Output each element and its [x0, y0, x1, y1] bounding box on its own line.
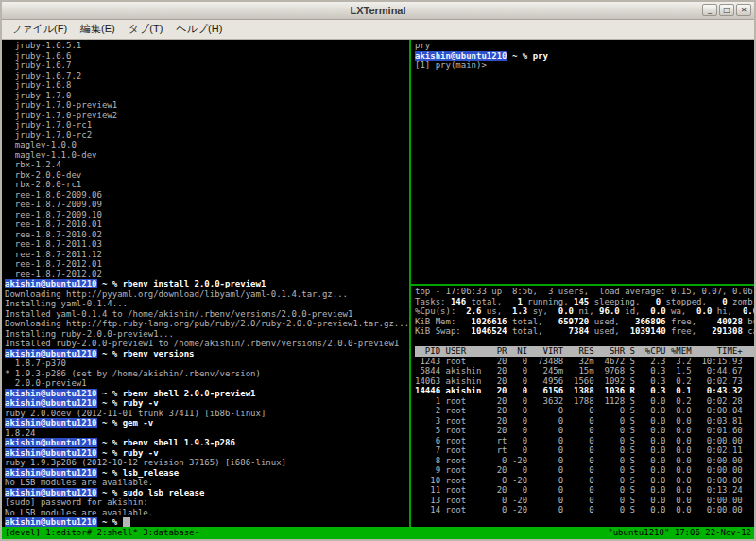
prompt-user-host: akishin@ubuntu1210 — [5, 398, 97, 408]
text-segment: ree-1.8.7-2009.10 — [5, 210, 102, 219]
text-segment: 3 root 20 0 0 0 0 S 0.0 0.0 0:03.81 — [415, 416, 743, 426]
text-segment: 11 root 20 0 0 0 0 S 0.0 0.0 0:13.24 — [415, 485, 743, 495]
pane-shell-left[interactable]: jruby-1.6.5.1 jruby-1.6.6 jruby-1.6.7 jr… — [2, 40, 409, 527]
text-segment: 14446 akishin 20 0 6156 1388 1036 R 0.3 … — [415, 386, 743, 395]
text-segment: jruby-1.7.0-preview2 — [5, 111, 117, 120]
text-segment: No LSB modules are available. — [5, 508, 153, 517]
text-segment: No LSB modules are available. — [5, 478, 153, 487]
text-segment: ruby 2.0.0dev (2012-11-01 trunk 37411) [… — [5, 409, 266, 418]
menu-file[interactable]: ファイル(F) — [5, 20, 74, 39]
text-segment: %Cpu(s): — [415, 306, 466, 316]
terminal-line: jruby-1.6.6 — [5, 51, 409, 61]
menu-tabs[interactable]: タブ(T) — [122, 20, 170, 39]
text-segment: ~ % — [97, 448, 123, 458]
prompt-user-host: akishin@ubuntu1210 — [5, 418, 97, 428]
text-segment: 1243 root 20 0 73488 32m 4672 S 2.3 3.2 … — [415, 357, 743, 366]
terminal-line: jruby-1.7.0-preview2 — [5, 111, 409, 121]
terminal-line: akishin@ubuntu1210 ~ % rbenv versions — [5, 349, 409, 359]
prompt-user-host: akishin@ubuntu1210 — [5, 448, 97, 458]
terminal-line: rbx-2.0.0-dev — [5, 170, 409, 181]
window-buttons: _ □ ✕ — [702, 4, 751, 16]
text-segment: ree-1.8.7-2011.03 — [5, 239, 102, 249]
terminal-line: %Cpu(s): 2.6 us, 1.3 sy, 0.0 ni, 96.0 id… — [415, 306, 754, 317]
terminal-line: akishin@ubuntu1210 ~ % lsb_release — [5, 468, 409, 479]
text-segment: 5844 akishin 20 0 245m 15m 9768 S 0.3 1.… — [415, 366, 743, 375]
prompt-user-host: akishin@ubuntu1210 — [415, 51, 507, 61]
text-segment: rbenv install 2.0.0-preview1 — [123, 279, 266, 288]
terminal-line: 2 root 20 0 0 0 0 S 0.0 0.0 0:00.04 — [415, 406, 754, 416]
text-segment: * 1.9.3-p286 (set by /home/akishin/.rben… — [5, 369, 261, 378]
terminal-line: akishin@ubuntu1210 ~ % rbenv install 2.0… — [5, 279, 409, 289]
maximize-icon[interactable]: □ — [719, 4, 734, 16]
terminal-line: ree-1.8.7-2012.02 — [5, 270, 409, 280]
terminal-line: Installed yaml-0.1.4 to /home/akishin/.r… — [5, 309, 409, 320]
minimize-icon[interactable]: _ — [702, 4, 717, 16]
terminal-line: rbx-1.2.4 — [5, 160, 409, 170]
text-segment: 0.0 — [696, 306, 712, 316]
text-segment: used, — [589, 317, 635, 326]
text-segment: ruby -v — [123, 398, 159, 408]
text-segment: jruby-1.6.8 — [5, 80, 71, 90]
text-segment: 96.0 — [599, 306, 620, 316]
pane-pry[interactable]: pryakishin@ubuntu1210 ~ % pry[1] pry(mai… — [411, 40, 754, 284]
text-segment: Installing ruby-2.0.0-preview1... — [5, 329, 174, 339]
text-segment: Installed yaml-0.1.4 to /home/akishin/.r… — [5, 309, 352, 319]
text-segment: [sudo] password for akishin: — [5, 497, 153, 507]
text-segment: stopped, — [661, 297, 722, 306]
text-segment: 2.0.0-preview1 — [5, 378, 87, 388]
text-segment: 145 — [574, 297, 589, 306]
text-segment: ree-1.8.7-2011.12 — [5, 250, 102, 259]
terminal-line: 11 root 20 0 0 0 0 S 0.0 0.0 0:13.24 — [415, 485, 754, 496]
text-segment: 13 root 0 -20 0 0 0 S 0.0 0.0 0:00.00 — [415, 496, 743, 505]
text-segment: 5 root 20 0 0 0 0 S 0.0 0.0 0:01.60 — [415, 426, 743, 435]
terminal-line: top - 17:06:33 up 8:56, 3 users, load av… — [415, 287, 754, 297]
terminal-line: jruby-1.6.5.1 — [5, 41, 409, 51]
text-segment: running, — [523, 297, 574, 306]
terminal-line: 5844 akishin 20 0 245m 15m 9768 S 0.3 1.… — [415, 366, 754, 376]
text-segment: 6 root rt 0 0 0 0 S 0.0 0.0 0:00.00 — [415, 436, 743, 445]
text-segment: ree-1.8.7-2009.09 — [5, 200, 102, 209]
terminal-line: ree-1.8.7-2012.01 — [5, 259, 409, 270]
text-segment: ~ % — [97, 398, 123, 408]
text-segment: ~ % — [97, 438, 123, 447]
terminal-line: 10 root 0 -20 0 0 0 S 0.0 0.0 0:00.00 — [415, 476, 754, 486]
terminal-line: jruby-1.6.7 — [5, 61, 409, 71]
terminal-line: akishin@ubuntu1210 ~ % ruby -v — [5, 448, 409, 459]
terminal-line: ree-1.8.7-2009.10 — [5, 210, 409, 220]
tmux-status-right: "ubuntu1210" 17:06 22-Nov-12 — [608, 527, 751, 539]
text-segment: ruby 1.9.3p286 (2012-10-12 revision 3716… — [5, 458, 286, 467]
tmux-status-left: [devel] 1:editor# 2:shell* 3:database- — [5, 527, 199, 539]
tmux-panes: jruby-1.6.5.1 jruby-1.6.6 jruby-1.6.7 jr… — [2, 40, 754, 527]
text-segment: KiB Swap: — [415, 326, 472, 336]
top-header-row: PID USER PR NI VIRT RES SHR S %CPU %MEM … — [415, 346, 753, 356]
text-segment: Downloading http://pyyaml.org/download/l… — [5, 289, 348, 299]
terminal-line: ree-1.8.7-2011.12 — [5, 250, 409, 260]
menu-help[interactable]: ヘルプ(H) — [169, 20, 229, 39]
terminal-line: 7 root rt 0 0 0 0 S 0.0 0.0 0:02.11 — [415, 445, 754, 456]
terminal-line: 6 root rt 0 0 0 0 S 0.0 0.0 0:00.00 — [415, 436, 754, 446]
close-icon[interactable]: ✕ — [736, 4, 751, 16]
text-segment: id, — [620, 306, 651, 316]
terminal-line: No LSB modules are available. — [5, 478, 409, 488]
terminal-line: No LSB modules are available. — [5, 508, 409, 518]
cursor-block — [123, 517, 130, 527]
text-segment: lsb_release — [123, 468, 180, 478]
window-titlebar[interactable]: LXTerminal _ □ ✕ — [2, 2, 754, 20]
text-segment: 1046524 — [472, 326, 507, 336]
text-segment: ree-1.8.7-2012.01 — [5, 259, 102, 269]
terminal-line: 1 root 20 0 3632 1788 1128 S 0.0 0.2 0:0… — [415, 396, 754, 407]
terminal-line: 14063 akishin 20 0 4956 1560 1092 S 0.3 … — [415, 376, 754, 387]
text-segment: rbx-1.2.4 — [5, 160, 61, 169]
text-segment: sy, — [527, 306, 558, 316]
text-segment: ~ % — [97, 418, 123, 428]
text-segment: jruby-1.6.6 — [5, 51, 71, 61]
text-segment: 1.8.24 — [5, 428, 36, 438]
terminal-line: jruby-1.6.7.2 — [5, 71, 409, 81]
terminal-line: Installing yaml-0.1.4... — [5, 299, 409, 309]
menu-edit[interactable]: 編集(E) — [74, 20, 122, 39]
text-segment: ~ % — [97, 389, 123, 398]
pane-top-monitor[interactable]: top - 17:06:33 up 8:56, 3 users, load av… — [411, 286, 754, 527]
terminal-line: KiB Mem: 1026616 total, 659720 used, 366… — [415, 317, 754, 327]
lxterminal-window: LXTerminal _ □ ✕ ファイル(F) 編集(E) タブ(T) ヘルプ… — [0, 0, 756, 541]
text-segment: ree-1.8.7-2012.02 — [5, 270, 102, 279]
